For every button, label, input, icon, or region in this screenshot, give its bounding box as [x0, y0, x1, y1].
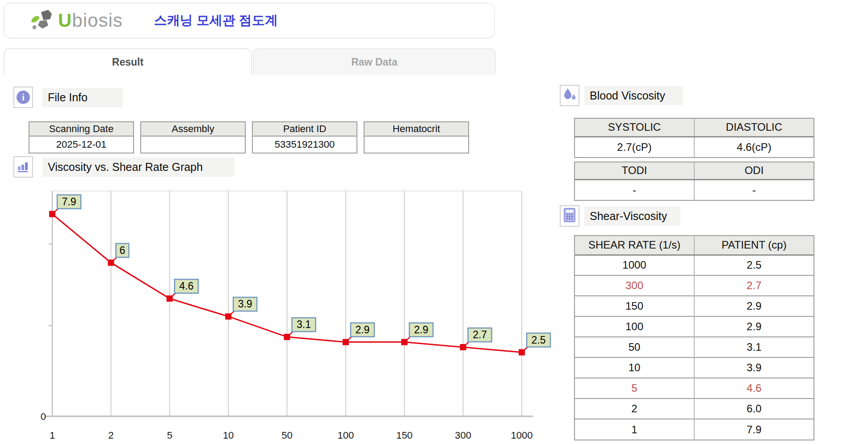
field-label: Scanning Date: [29, 122, 133, 137]
ubiosis-leaf-icon: [30, 8, 56, 33]
column-header: SHEAR RATE (1/s): [575, 236, 694, 255]
data-point-marker: [49, 211, 55, 217]
tab-raw-data[interactable]: Raw Data: [253, 48, 496, 75]
data-point-marker: [401, 339, 407, 345]
data-point-label: 3.9: [238, 298, 252, 310]
shear-viscosity-icon-box: [560, 205, 579, 227]
table-row: 103.9: [575, 357, 813, 378]
data-point-marker: [284, 334, 290, 340]
calculator-icon: [563, 207, 576, 224]
y-tick-label: 0: [41, 411, 46, 422]
todi-odi-table: TODI ODI - -: [574, 162, 814, 201]
x-tick-label: 1000: [511, 430, 533, 441]
header-card: Ubiosis 스캐닝 모세관 점도계: [4, 3, 495, 38]
graph-icon-box: [13, 156, 33, 178]
field-scanning-date: Scanning Date 2025-12-01: [29, 121, 134, 154]
data-point-label: 2.9: [355, 324, 369, 336]
blood-viscosity-icon-box: [560, 85, 579, 106]
column-header: SYSTOLIC: [575, 119, 694, 137]
x-tick-label: 5: [167, 430, 172, 441]
data-point-marker: [343, 339, 349, 345]
data-point-marker: [519, 349, 525, 356]
blood-viscosity-section-title: Blood Viscosity: [584, 86, 683, 105]
data-point-marker: [225, 313, 231, 320]
tab-result[interactable]: Result: [4, 48, 252, 75]
data-point-marker: [108, 260, 114, 266]
data-point-label: 4.6: [179, 280, 193, 292]
field-value: [365, 137, 468, 153]
x-tick-label: 1: [50, 430, 55, 441]
bar-chart-icon: [17, 159, 30, 174]
info-icon: i: [17, 91, 30, 104]
file-info-icon-box: i: [13, 87, 33, 108]
column-header: DIASTOLIC: [694, 119, 813, 137]
table-row: 1502.9: [575, 296, 813, 316]
field-label: Assembly: [141, 122, 245, 137]
viscosity-shear-rate-chart: 0125105010015030010007.964.63.93.12.92.9…: [27, 187, 558, 441]
table-row: 54.6: [575, 378, 813, 398]
droplets-icon: [562, 87, 577, 104]
data-point-label: 6: [119, 245, 125, 256]
data-point-label: 7.9: [62, 196, 76, 207]
column-header: TODI: [575, 162, 694, 179]
x-tick-label: 50: [281, 430, 292, 441]
file-info-section-title: File Info: [42, 88, 123, 107]
field-value: 2025-12-01: [29, 137, 133, 153]
shear-viscosity-table: SHEAR RATE (1/s) PATIENT (cp) 10002.5 30…: [574, 235, 814, 440]
data-point-marker: [167, 295, 173, 302]
x-tick-label: 10: [223, 430, 234, 441]
field-assembly: Assembly: [140, 121, 246, 154]
table-row: 3002.7: [575, 275, 813, 296]
data-point-label: 3.1: [297, 319, 311, 330]
x-tick-label: 2: [108, 430, 113, 441]
data-point-label: 2.9: [414, 324, 428, 336]
blood-viscosity-table: SYSTOLIC DIASTOLIC 2.7(cP) 4.6(cP): [574, 118, 814, 158]
field-patient-id: Patient ID 53351921300: [252, 121, 357, 154]
x-tick-label: 300: [455, 430, 471, 441]
field-value: 53351921300: [253, 137, 356, 153]
app-title: 스캐닝 모세관 점도계: [154, 12, 278, 29]
graph-section-title: Viscosity vs. Shear Rate Graph: [42, 158, 235, 177]
table-row: 1002.9: [575, 316, 813, 337]
field-value: [141, 137, 245, 153]
data-point-label: 2.5: [532, 334, 546, 346]
data-point-marker: [460, 344, 466, 350]
ubiosis-logo: Ubiosis: [30, 8, 123, 33]
column-header: ODI: [694, 162, 813, 179]
field-hematocrit: Hematocrit: [364, 121, 469, 154]
x-tick-label: 150: [396, 430, 413, 441]
column-header: PATIENT (cp): [694, 236, 813, 255]
diastolic-value: 4.6(cP): [694, 137, 813, 157]
table-row: 17.9: [575, 419, 813, 440]
odi-value: -: [694, 179, 813, 200]
systolic-value: 2.7(cP): [575, 137, 694, 157]
table-row: 26.0: [575, 398, 813, 419]
table-row: - -: [575, 179, 813, 200]
table-row: 10002.5: [575, 255, 813, 275]
data-point-label: 2.7: [473, 329, 487, 340]
field-label: Patient ID: [253, 122, 356, 137]
field-label: Hematocrit: [365, 122, 468, 137]
logo-text: Ubiosis: [58, 10, 123, 31]
shear-viscosity-section-title: Shear-Viscosity: [584, 207, 680, 226]
table-row: 2.7(cP) 4.6(cP): [575, 137, 813, 157]
table-row: 503.1: [575, 337, 813, 357]
x-tick-label: 100: [338, 430, 354, 441]
todi-value: -: [575, 179, 694, 200]
